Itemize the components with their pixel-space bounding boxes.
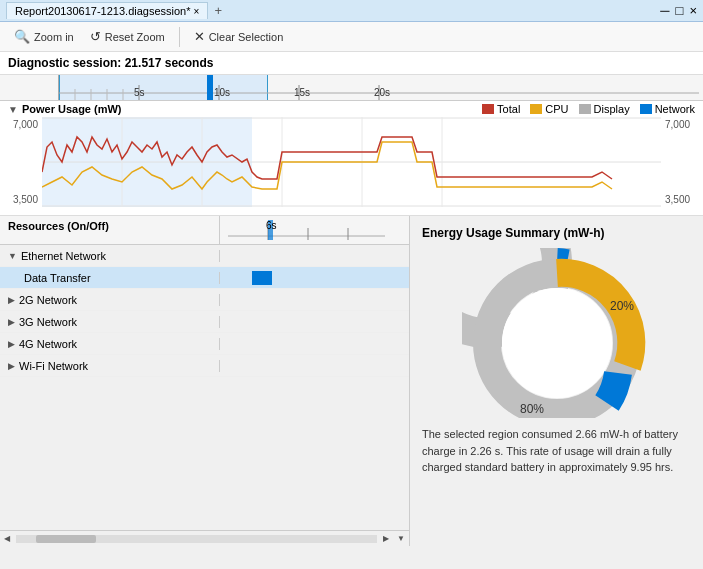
timeline-ruler[interactable]: 5s 10s 15s 20s: [0, 75, 703, 101]
3g-network-label[interactable]: ▶ 3G Network: [0, 316, 220, 328]
zoom-in-button[interactable]: 🔍 Zoom in: [8, 27, 80, 46]
4g-expand-icon[interactable]: ▶: [8, 339, 15, 349]
maximize-icon[interactable]: □: [676, 3, 684, 18]
scroll-right-button[interactable]: ▶: [379, 534, 393, 543]
chart-area: ▼ Power Usage (mW) Total CPU Display Net…: [0, 101, 703, 216]
chart-legend: Total CPU Display Network: [482, 103, 695, 115]
resources-column-label: Resources (On/Off): [0, 216, 220, 244]
toolbar: 🔍 Zoom in ↺ Reset Zoom ✕ Clear Selection: [0, 22, 703, 52]
tab-close-icon[interactable]: ×: [194, 6, 200, 17]
resource-wifi-network[interactable]: ▶ Wi-Fi Network: [0, 355, 409, 377]
main-content: Resources (On/Off) 6s: [0, 216, 703, 546]
resource-3g-network[interactable]: ▶ 3G Network: [0, 311, 409, 333]
legend-cpu: CPU: [530, 103, 568, 115]
energy-panel: Energy Usage Summary (mW-h): [410, 216, 703, 546]
resource-data-transfer[interactable]: Data Transfer: [0, 267, 409, 289]
2g-network-label[interactable]: ▶ 2G Network: [0, 294, 220, 306]
ruler-label-5s: 5s: [134, 87, 145, 98]
energy-title: Energy Usage Summary (mW-h): [422, 226, 691, 240]
donut-chart: 20% 80%: [462, 248, 652, 418]
clear-selection-icon: ✕: [194, 29, 205, 44]
resources-list[interactable]: ▼ Ethernet Network Data Transfer ▶ 2G Ne…: [0, 245, 409, 530]
horizontal-scrollbar[interactable]: ◀ ▶ ▼: [0, 530, 409, 546]
resource-2g-network[interactable]: ▶ 2G Network: [0, 289, 409, 311]
reset-zoom-icon: ↺: [90, 29, 101, 44]
tab-group: Report20130617-1213.diagsession* × +: [6, 2, 222, 19]
zoom-in-icon: 🔍: [14, 29, 30, 44]
3g-expand-icon[interactable]: ▶: [8, 317, 15, 327]
energy-description: The selected region consumed 2.66 mW-h o…: [422, 426, 691, 476]
chart-title: Power Usage (mW): [22, 103, 122, 115]
clear-selection-button[interactable]: ✕ Clear Selection: [188, 27, 290, 46]
scroll-thumb[interactable]: [36, 535, 96, 543]
scroll-track[interactable]: [16, 535, 377, 543]
diagnostic-header: Diagnostic session: 21.517 seconds: [0, 52, 703, 75]
resources-timeline-header: 6s: [220, 216, 393, 244]
4g-timeline: [220, 333, 409, 354]
reset-zoom-button[interactable]: ↺ Reset Zoom: [84, 27, 171, 46]
legend-total: Total: [482, 103, 520, 115]
close-window-icon[interactable]: ×: [689, 3, 697, 18]
resources-panel: Resources (On/Off) 6s: [0, 216, 410, 546]
timeline-sub-label: 6s: [266, 220, 277, 231]
data-transfer-label[interactable]: Data Transfer: [0, 272, 220, 284]
2g-timeline: [220, 289, 409, 310]
new-tab-button[interactable]: +: [214, 3, 222, 18]
scroll-spacer: [393, 216, 409, 244]
data-transfer-block: [252, 271, 272, 285]
scroll-down-button[interactable]: ▼: [393, 534, 409, 543]
y-axis-right: 7,000 3,500: [661, 117, 703, 207]
donut-chart-container: 20% 80%: [422, 248, 691, 418]
svg-text:20%: 20%: [610, 299, 634, 313]
resources-header: Resources (On/Off) 6s: [0, 216, 409, 245]
svg-point-26: [502, 288, 612, 398]
minimize-icon[interactable]: ─: [660, 3, 669, 18]
wifi-network-label[interactable]: ▶ Wi-Fi Network: [0, 360, 220, 372]
title-bar: Report20130617-1213.diagsession* × + ─ □…: [0, 0, 703, 22]
wifi-timeline: [220, 355, 409, 376]
ruler-label-10s: 10s: [214, 87, 230, 98]
legend-network: Network: [640, 103, 695, 115]
legend-network-color: [640, 104, 652, 114]
legend-total-color: [482, 104, 494, 114]
scroll-left-button[interactable]: ◀: [0, 534, 14, 543]
legend-display-color: [579, 104, 591, 114]
3g-timeline: [220, 311, 409, 332]
ethernet-timeline: [220, 245, 409, 266]
toolbar-separator: [179, 27, 180, 47]
svg-text:80%: 80%: [520, 402, 544, 416]
y-axis-left: 7,000 3,500: [0, 117, 42, 207]
ethernet-network-label[interactable]: ▼ Ethernet Network: [0, 250, 220, 262]
svg-rect-9: [207, 75, 213, 101]
4g-network-label[interactable]: ▶ 4G Network: [0, 338, 220, 350]
main-tab[interactable]: Report20130617-1213.diagsession* ×: [6, 2, 208, 19]
legend-display: Display: [579, 103, 630, 115]
chart-header: ▼ Power Usage (mW) Total CPU Display Net…: [0, 101, 703, 117]
ruler-label-15s: 15s: [294, 87, 310, 98]
ethernet-expand-icon[interactable]: ▼: [8, 251, 17, 261]
chart-collapse-icon[interactable]: ▼: [8, 104, 18, 115]
window-controls: ─ □ ×: [660, 3, 697, 18]
ruler-label-20s: 20s: [374, 87, 390, 98]
chart-canvas: [42, 117, 661, 207]
legend-cpu-color: [530, 104, 542, 114]
resource-4g-network[interactable]: ▶ 4G Network: [0, 333, 409, 355]
2g-expand-icon[interactable]: ▶: [8, 295, 15, 305]
wifi-expand-icon[interactable]: ▶: [8, 361, 15, 371]
data-transfer-timeline: [220, 267, 409, 288]
resource-ethernet-network[interactable]: ▼ Ethernet Network: [0, 245, 409, 267]
